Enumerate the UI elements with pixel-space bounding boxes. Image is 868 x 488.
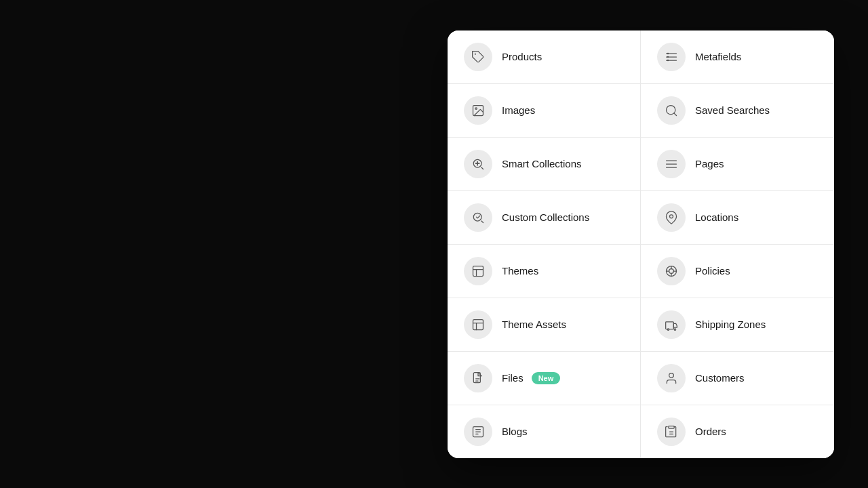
svg-rect-29	[666, 321, 674, 329]
files-icon	[464, 364, 492, 392]
pages-content: Pages	[695, 158, 724, 169]
orders-icon	[657, 418, 686, 446]
saved-searches-content: Saved Searches	[695, 104, 770, 116]
shipping-zones-label: Shipping Zones	[695, 319, 766, 330]
smart-collections-content: Smart Collections	[502, 158, 582, 169]
theme-assets-content: Theme Assets	[502, 319, 566, 330]
svg-line-10	[674, 113, 677, 115]
files-label: Files	[502, 372, 524, 384]
grid-item-smart-collections[interactable]: Smart Collections	[448, 138, 641, 191]
svg-point-5	[667, 56, 669, 58]
svg-point-6	[667, 59, 669, 61]
feature-grid-card: Products Metafields Images Saved Searche…	[448, 30, 834, 458]
themes-content: Themes	[502, 265, 538, 277]
blogs-content: Blogs	[502, 426, 528, 437]
grid-item-images[interactable]: Images	[448, 84, 641, 138]
metafields-icon	[657, 43, 686, 71]
svg-point-4	[667, 52, 669, 54]
smart-collection-icon	[464, 150, 492, 178]
grid-item-locations[interactable]: Locations	[641, 191, 834, 245]
grid-item-metafields[interactable]: Metafields	[641, 30, 834, 84]
headline	[54, 224, 380, 259]
saved-searches-label: Saved Searches	[695, 104, 770, 116]
pages-label: Pages	[695, 158, 724, 169]
grid-item-theme-assets[interactable]: Theme Assets	[448, 298, 641, 352]
theme-icon	[464, 257, 492, 285]
files-content: Files New	[502, 372, 560, 384]
grid-item-blogs[interactable]: Blogs	[448, 405, 641, 458]
svg-point-31	[674, 328, 676, 330]
location-icon	[657, 203, 686, 232]
image-icon	[464, 96, 492, 125]
svg-rect-17	[473, 266, 484, 276]
custom-collection-icon	[464, 203, 492, 232]
svg-point-8	[475, 107, 477, 109]
products-content: Products	[502, 51, 542, 62]
shipping-zones-content: Shipping Zones	[695, 319, 766, 330]
grid-item-files[interactable]: Files New	[448, 352, 641, 405]
svg-point-35	[669, 373, 674, 378]
shipping-icon	[657, 310, 686, 339]
feature-grid: Products Metafields Images Saved Searche…	[448, 30, 834, 458]
policies-icon	[657, 257, 686, 285]
svg-point-16	[670, 214, 673, 218]
metafields-content: Metafields	[695, 51, 741, 62]
theme-assets-label: Theme Assets	[502, 319, 566, 330]
themes-label: Themes	[502, 265, 538, 277]
svg-rect-40	[669, 426, 674, 428]
grid-item-themes[interactable]: Themes	[448, 245, 641, 298]
images-label: Images	[502, 104, 535, 116]
grid-item-policies[interactable]: Policies	[641, 245, 834, 298]
grid-item-products[interactable]: Products	[448, 30, 641, 84]
search-icon	[657, 96, 686, 125]
pages-icon	[657, 150, 686, 178]
orders-label: Orders	[695, 426, 726, 437]
images-content: Images	[502, 104, 535, 116]
smart-collections-label: Smart Collections	[502, 158, 582, 169]
tag-icon	[464, 43, 492, 71]
locations-label: Locations	[695, 211, 738, 223]
products-label: Products	[502, 51, 542, 62]
custom-collections-label: Custom Collections	[502, 211, 589, 223]
blogs-icon	[464, 418, 492, 446]
customers-content: Customers	[695, 372, 745, 384]
svg-point-21	[669, 268, 674, 273]
policies-content: Policies	[695, 265, 730, 277]
theme-assets-icon	[464, 310, 492, 339]
locations-content: Locations	[695, 211, 738, 223]
metafields-label: Metafields	[695, 51, 741, 62]
grid-item-customers[interactable]: Customers	[641, 352, 834, 405]
svg-rect-26	[473, 319, 484, 329]
blogs-label: Blogs	[502, 426, 528, 437]
svg-point-15	[473, 213, 481, 221]
left-panel	[0, 173, 434, 316]
right-panel: Products Metafields Images Saved Searche…	[434, 17, 868, 472]
grid-item-orders[interactable]: Orders	[641, 405, 834, 458]
customers-label: Customers	[695, 372, 745, 384]
customers-icon	[657, 364, 686, 392]
grid-item-custom-collections[interactable]: Custom Collections	[448, 191, 641, 245]
policies-label: Policies	[695, 265, 730, 277]
custom-collections-content: Custom Collections	[502, 211, 589, 223]
orders-content: Orders	[695, 426, 726, 437]
grid-item-shipping-zones[interactable]: Shipping Zones	[641, 298, 834, 352]
files-badge: New	[532, 372, 561, 384]
grid-item-saved-searches[interactable]: Saved Searches	[641, 84, 834, 138]
grid-item-pages[interactable]: Pages	[641, 138, 834, 191]
